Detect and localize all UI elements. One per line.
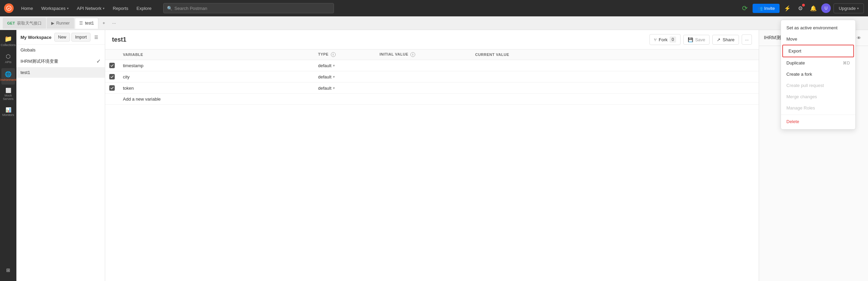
collections-icon: 📁: [4, 35, 12, 43]
row-checkbox-cell[interactable]: [105, 60, 119, 71]
env-item-test1[interactable]: test1: [16, 67, 105, 78]
tab-test1-label: test1: [85, 21, 94, 26]
search-placeholder: Search Postman: [174, 6, 207, 11]
content-actions: ⑂ Fork 0 💾 Save ↗ Share ···: [649, 34, 752, 45]
active-check-icon: ✓: [96, 58, 101, 64]
sidebar-item-mock-servers[interactable]: ⬜ Mock Servers: [1, 86, 15, 102]
left-panel: My Workspace New Import ☰ Globals IHRM测试…: [16, 30, 105, 281]
type-value: default: [318, 74, 331, 79]
merge-changes-label: Merge changes: [786, 94, 817, 99]
create-fork-label: Create a fork: [786, 72, 812, 77]
new-tab-button[interactable]: +: [99, 18, 109, 28]
type-info-icon[interactable]: i: [331, 52, 336, 57]
fork-icon: ⑂: [654, 37, 657, 42]
app-logo[interactable]: [4, 3, 14, 13]
menu-manage-roles: Manage Roles: [781, 102, 855, 114]
type-cell[interactable]: default ▾: [314, 71, 375, 83]
col-current-value: CURRENT VALUE: [471, 49, 759, 60]
tab-test1[interactable]: ☰ test1: [75, 18, 98, 29]
menu-move[interactable]: Move: [781, 33, 855, 45]
fork-count: 0: [670, 36, 676, 43]
import-button[interactable]: Import: [71, 33, 90, 42]
upgrade-button[interactable]: Upgrade ▾: [834, 3, 864, 13]
tab-overflow-button[interactable]: ···: [109, 18, 119, 28]
row-checkbox-cell[interactable]: [105, 71, 119, 83]
sidebar: 📁 Collections ⬡ APIs 🌐 Environments ⬜ Mo…: [0, 30, 16, 281]
current-value-cell[interactable]: [471, 60, 759, 71]
type-value: default: [318, 63, 331, 68]
new-button[interactable]: New: [54, 33, 70, 42]
current-value-cell[interactable]: [471, 83, 759, 94]
menu-duplicate[interactable]: Duplicate ⌘D: [781, 57, 855, 69]
current-value-cell[interactable]: [471, 71, 759, 83]
nav-home[interactable]: Home: [18, 4, 37, 13]
type-value: default: [318, 86, 331, 91]
nav-api-network[interactable]: API Network ▾: [73, 4, 108, 13]
tab-runner[interactable]: ▶ Runner: [47, 18, 74, 29]
add-variable-label[interactable]: Add a new variable: [119, 94, 759, 105]
menu-create-fork[interactable]: Create a fork: [781, 69, 855, 80]
sidebar-item-monitors[interactable]: 📊 Monitors: [1, 104, 15, 120]
initial-value-cell[interactable]: [375, 71, 471, 83]
top-navigation: Home Workspaces ▾ API Network ▾ Reports …: [0, 0, 868, 16]
variable-cell[interactable]: token: [119, 83, 314, 94]
avatar[interactable]: U: [821, 3, 831, 13]
nav-explore[interactable]: Explore: [133, 4, 155, 13]
row-checkbox-cell[interactable]: [105, 83, 119, 94]
menu-export[interactable]: Export: [782, 45, 854, 57]
save-icon: 💾: [688, 37, 693, 42]
col-type: TYPE i: [314, 49, 375, 60]
content-more-button[interactable]: ···: [742, 34, 752, 45]
type-cell[interactable]: default ▾: [314, 60, 375, 71]
runner-icon: ▶: [51, 21, 54, 26]
initial-value-cell[interactable]: [375, 60, 471, 71]
right-panel: IHRM测试环境变量 ▾ 👁 Set as active environment…: [759, 30, 868, 281]
tab-get-weather-label: 获取天气接口: [17, 20, 42, 26]
share-icon: ↗: [717, 37, 720, 42]
env-item-ihrm[interactable]: IHRM测试环境变量 ✓: [16, 55, 105, 67]
lightning-icon[interactable]: ⚡: [782, 3, 793, 13]
nav-right-actions: ⟳ 👥 Invite ⚡ ⚙ 🔔 U Upgrade ▾: [740, 3, 864, 13]
menu-delete[interactable]: Delete: [781, 116, 855, 127]
duplicate-label: Duplicate: [786, 60, 805, 65]
variable-cell[interactable]: city: [119, 71, 314, 83]
save-button[interactable]: 💾 Save: [683, 35, 710, 45]
fork-button[interactable]: ⑂ Fork 0: [649, 34, 681, 45]
search-bar[interactable]: 🔍 Search Postman: [163, 3, 334, 13]
set-active-label: Set as active environment: [786, 25, 838, 30]
env-item-globals[interactable]: Globals: [16, 45, 105, 55]
menu-create-pull: Create pull request: [781, 80, 855, 91]
notifications-icon[interactable]: 🔔: [808, 3, 818, 13]
variable-cell[interactable]: timestamp: [119, 60, 314, 71]
apis-icon: ⬡: [6, 53, 11, 60]
tab-method-label: GET: [7, 21, 15, 25]
initial-info-icon[interactable]: i: [410, 52, 415, 57]
table-row: token default ▾: [105, 83, 759, 94]
nav-workspaces[interactable]: Workspaces ▾: [38, 4, 72, 13]
sidebar-item-apis[interactable]: ⬡ APIs: [1, 50, 15, 67]
add-variable-row[interactable]: Add a new variable: [105, 94, 759, 105]
context-menu: Set as active environment Move Export Du…: [781, 20, 856, 130]
upgrade-chevron-icon: ▾: [857, 6, 859, 10]
sidebar-item-collections[interactable]: 📁 Collections: [1, 33, 15, 49]
type-cell[interactable]: default ▾: [314, 83, 375, 94]
menu-set-active[interactable]: Set as active environment: [781, 22, 855, 33]
sidebar-item-environments[interactable]: 🌐 Environments: [1, 68, 15, 85]
settings-icon[interactable]: ⚙: [795, 3, 806, 13]
sidebar-item-more[interactable]: ⊞: [1, 262, 15, 278]
sidebar-label-mock-servers: Mock Servers: [1, 94, 15, 101]
sidebar-label-collections: Collections: [1, 44, 16, 47]
monitors-icon: 📊: [5, 107, 11, 113]
panel-more-icon[interactable]: ☰: [92, 33, 101, 42]
share-button[interactable]: ↗ Share: [712, 35, 739, 45]
tab-get-weather[interactable]: GET 获取天气接口: [3, 18, 46, 29]
initial-value-cell[interactable]: [375, 83, 471, 94]
workspace-name: My Workspace: [20, 35, 52, 40]
col-variable: VARIABLE: [119, 49, 314, 60]
invite-button[interactable]: 👥 Invite: [753, 4, 780, 13]
delete-label: Delete: [786, 119, 799, 124]
nav-reports[interactable]: Reports: [109, 4, 132, 13]
sync-icon[interactable]: ⟳: [740, 3, 750, 13]
environment-list: Globals IHRM测试环境变量 ✓ test1: [16, 45, 105, 281]
checkbox-checked-icon: [109, 74, 115, 79]
